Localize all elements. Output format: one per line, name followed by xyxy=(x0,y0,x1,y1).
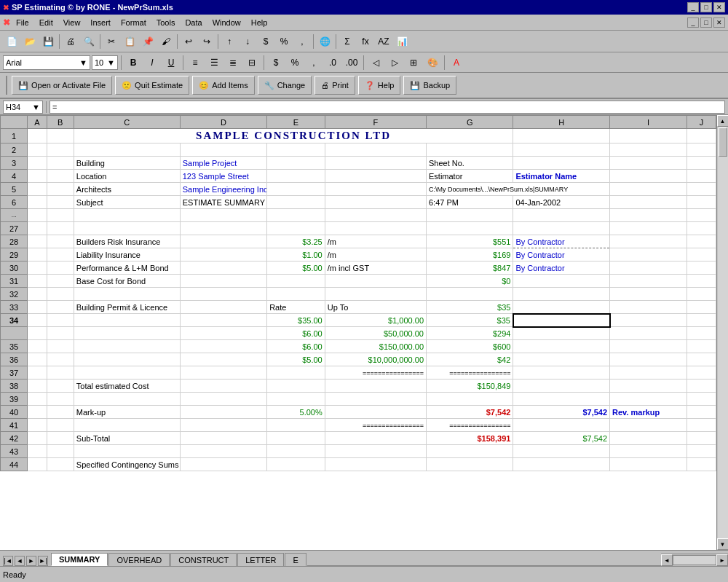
row-header-27[interactable]: 27 xyxy=(1,222,28,235)
cell-h29[interactable]: By Contractor xyxy=(513,248,610,261)
cell-f36[interactable]: $10,000,000.00 xyxy=(325,353,426,366)
increase-indent-button[interactable]: ▷ xyxy=(386,54,403,71)
tab-first-button[interactable]: |◄ xyxy=(3,556,13,566)
row-header-31[interactable]: 31 xyxy=(1,275,28,288)
cell-c1[interactable]: SAMPLE CONSTRUCTION LTD xyxy=(74,129,513,143)
cell-h28[interactable]: By Contractor xyxy=(513,235,610,248)
cell-g33[interactable]: $35 xyxy=(427,301,513,314)
menu-format[interactable]: Format xyxy=(116,17,151,28)
font-dropdown-icon[interactable]: ▼ xyxy=(79,58,87,67)
menu-tools[interactable]: Tools xyxy=(152,17,180,28)
row-header-6[interactable]: 6 xyxy=(1,196,28,209)
cell-c42[interactable]: Sub-Total xyxy=(74,432,180,445)
cell-g38[interactable]: $150,849 xyxy=(427,380,513,393)
row-header-43[interactable]: 43 xyxy=(1,445,28,458)
cell-e29[interactable]: $1.00 xyxy=(267,248,325,261)
cell-d6[interactable]: ESTIMATE SUMMARY xyxy=(180,196,266,209)
percent2-button[interactable]: % xyxy=(286,54,304,71)
cell-e40[interactable]: 5.00% xyxy=(267,406,325,419)
cell-e34b[interactable]: $6.00 xyxy=(267,327,325,340)
print-preview-button[interactable]: 🔍 xyxy=(80,33,98,50)
menu-insert[interactable]: Insert xyxy=(86,17,115,28)
tab-construct[interactable]: CONSTRUCT xyxy=(170,553,237,566)
change-button[interactable]: 🔧 Change xyxy=(258,76,312,95)
bold-button[interactable]: B xyxy=(124,54,142,71)
cell-f30[interactable]: /m incl GST xyxy=(325,261,426,275)
scroll-left-button[interactable]: ◄ xyxy=(661,554,673,566)
cell-c33[interactable]: Building Permit & Licence xyxy=(74,301,180,314)
cell-h40[interactable]: $7,542 xyxy=(513,406,610,419)
menu-window[interactable]: Window xyxy=(208,17,245,28)
tab-last-button[interactable]: ►| xyxy=(38,556,48,566)
col-header-c[interactable]: C xyxy=(74,116,180,129)
cell-f28[interactable]: /m xyxy=(325,235,426,248)
comma2-button[interactable]: , xyxy=(305,54,323,71)
cell-h34-selected[interactable] xyxy=(513,314,610,327)
col-header-e[interactable]: E xyxy=(267,116,325,129)
row-header-34[interactable]: 34 xyxy=(1,314,28,327)
copy-button[interactable]: 📋 xyxy=(121,33,138,50)
align-left-button[interactable]: ≡ xyxy=(186,54,204,71)
cell-b1[interactable] xyxy=(47,129,74,143)
cell-g31[interactable]: $0 xyxy=(427,275,513,288)
cell-h6[interactable]: 04-Jan-2002 xyxy=(513,196,610,209)
cell-g34b[interactable]: $294 xyxy=(427,327,513,340)
tab-prev-button[interactable]: ◄ xyxy=(15,556,25,566)
backup-button[interactable]: 💾 Backup xyxy=(403,76,456,95)
col-header-b[interactable]: B xyxy=(47,116,74,129)
comma-button[interactable]: , xyxy=(293,33,311,50)
cell-a1[interactable] xyxy=(28,129,47,143)
print-sp-button[interactable]: 🖨 Print xyxy=(314,76,355,95)
row-header-39[interactable]: 39 xyxy=(1,393,28,406)
align-right-button[interactable]: ≣ xyxy=(224,54,242,71)
inner-close-button[interactable]: ✕ xyxy=(713,17,725,28)
decrease-indent-button[interactable]: ◁ xyxy=(367,54,384,71)
row-header-42[interactable]: 42 xyxy=(1,432,28,445)
cell-g28[interactable]: $551 xyxy=(427,235,513,248)
sort-alpha-button[interactable]: AZ xyxy=(375,33,392,50)
cell-g35[interactable]: $600 xyxy=(427,340,513,353)
inner-minimize-button[interactable]: _ xyxy=(687,17,699,28)
internet-button[interactable]: 🌐 xyxy=(316,33,333,50)
decrease-decimal-button[interactable]: .00 xyxy=(343,54,360,71)
cell-e28[interactable]: $3.25 xyxy=(267,235,325,248)
cell-f34b[interactable]: $50,000.00 xyxy=(325,327,426,340)
cell-g6[interactable]: 6:47 PM xyxy=(427,196,513,209)
quit-estimate-button[interactable]: 🙁 Quit Estimate xyxy=(115,76,189,95)
cell-e30[interactable]: $5.00 xyxy=(267,261,325,275)
cell-e35[interactable]: $6.00 xyxy=(267,340,325,353)
row-header-5[interactable]: 5 xyxy=(1,183,28,196)
add-items-button[interactable]: 😊 Add Items xyxy=(192,76,255,95)
scroll-down-button[interactable]: ▼ xyxy=(717,538,729,550)
menu-view[interactable]: View xyxy=(59,17,85,28)
col-header-d[interactable]: D xyxy=(180,116,266,129)
open-activate-button[interactable]: 💾 Open or Activate File xyxy=(12,76,112,95)
cell-f37[interactable]: ================ xyxy=(325,366,426,380)
row-header-1[interactable]: 1 xyxy=(1,129,28,143)
format-painter-button[interactable]: 🖌 xyxy=(157,33,175,50)
scroll-track[interactable] xyxy=(718,127,728,538)
cell-h4[interactable]: Estimator Name xyxy=(513,170,610,183)
tab-next-button[interactable]: ► xyxy=(26,556,36,566)
col-header-f[interactable]: F xyxy=(325,116,426,129)
cell-g36[interactable]: $42 xyxy=(427,353,513,366)
vertical-scrollbar[interactable]: ▲ ▼ xyxy=(716,115,728,550)
row-header-35[interactable]: 35 xyxy=(1,340,28,353)
size-selector[interactable]: 10 ▼ xyxy=(92,55,118,70)
h-scroll-track[interactable] xyxy=(673,555,716,565)
menu-data[interactable]: Data xyxy=(181,17,206,28)
cell-h30[interactable]: By Contractor xyxy=(513,261,610,275)
row-header-40[interactable]: 40 xyxy=(1,406,28,419)
cell-g5[interactable]: C:\My Documents\...\NewPrSum.xls|SUMMARY xyxy=(427,183,610,196)
help-button[interactable]: ❓ Help xyxy=(358,76,401,95)
close-button[interactable]: ✕ xyxy=(713,2,725,12)
cell-d3[interactable]: Sample Project xyxy=(180,157,266,170)
row-header-41[interactable]: 41 xyxy=(1,419,28,432)
undo-button[interactable]: ↩ xyxy=(180,33,197,50)
cell-c4[interactable]: Location xyxy=(74,170,180,183)
cell-g30[interactable]: $847 xyxy=(427,261,513,275)
cell-ref-dropdown-icon[interactable]: ▼ xyxy=(32,103,40,111)
cell-c28[interactable]: Builders Risk Insurance xyxy=(74,235,180,248)
currency2-button[interactable]: $ xyxy=(267,54,285,71)
cell-f35[interactable]: $150,000.00 xyxy=(325,340,426,353)
